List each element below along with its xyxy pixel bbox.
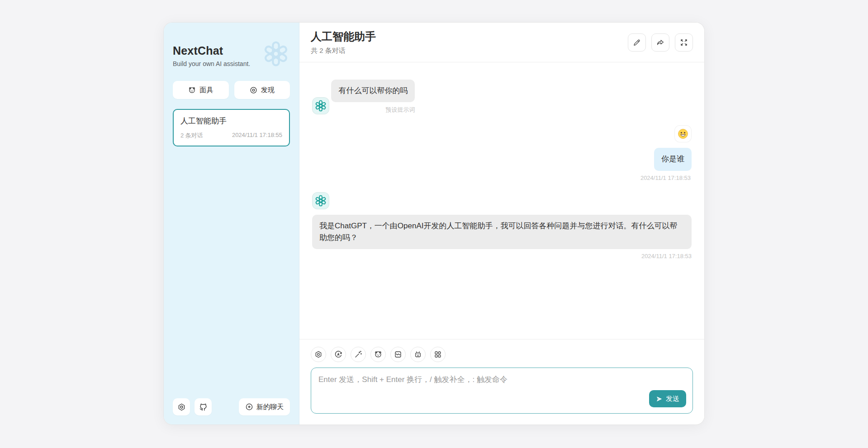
message-block: 你是谁 2024/11/1 17:18:53 [312,142,692,181]
openai-logo-icon [315,100,327,112]
sidebar: NextChat Build your own AI assistant. 面具… [164,23,299,424]
chat-item-count: 2 条对话 [180,132,203,140]
robot-icon [414,350,422,358]
input-panel: 发送 [299,339,704,424]
plus-circle-icon [245,403,253,411]
message-block: 我是ChatGPT，一个由OpenAI开发的人工智能助手，我可以回答各种问题并与… [312,209,692,260]
clear-context-icon [394,350,402,358]
discover-button[interactable]: 发现 [234,81,290,99]
user-avatar [674,125,692,142]
theme-toggle-button[interactable] [331,347,346,362]
message-block: 有什么可以帮你的吗 预设提示词 [331,74,415,114]
preset-prompt-label: 预设提示词 [331,106,415,114]
chat-panel: 人工智能助手 共 2 条对话 [299,23,704,424]
chat-header-titles: 人工智能助手 共 2 条对话 [311,29,628,55]
grid-icon [434,350,442,358]
magic-wand-icon [354,350,362,358]
chat-title: 人工智能助手 [311,29,628,44]
send-button-label: 发送 [666,395,679,403]
chat-item-title: 人工智能助手 [180,116,282,126]
sidebar-footer: 新的聊天 [173,398,290,415]
input-toolbar [311,347,693,362]
smiley-emoji-icon [677,128,689,140]
share-icon [656,38,664,47]
gear-icon [177,403,186,411]
message-bubble[interactable]: 有什么可以帮你的吗 [331,80,415,102]
chat-header: 人工智能助手 共 2 条对话 [299,23,704,62]
expand-icon [680,38,688,47]
mask-button[interactable]: 面具 [173,81,229,99]
pencil-icon [633,38,641,47]
message-timestamp: 2024/11/1 17:18:53 [312,174,691,181]
message-bubble[interactable]: 我是ChatGPT，一个由OpenAI开发的人工智能助手，我可以回答各种问题并与… [312,215,692,250]
chat-settings-button[interactable] [311,347,326,362]
github-button[interactable] [194,398,212,415]
theme-auto-icon [334,350,342,358]
chat-subtitle: 共 2 条对话 [311,47,628,55]
shortcuts-button[interactable] [430,347,446,362]
discover-icon [250,86,257,94]
fullscreen-button[interactable] [675,33,693,52]
mask-icon [188,86,196,94]
message-timestamp: 2024/11/1 17:18:53 [312,253,692,259]
sidebar-button-row: 面具 发现 [173,81,290,99]
discover-button-label: 发现 [261,86,275,94]
openai-logo-icon [315,195,327,207]
chat-header-actions [628,33,693,52]
openai-logo-icon [263,41,289,67]
settings-button[interactable] [173,398,190,415]
new-chat-button[interactable]: 新的聊天 [239,398,290,415]
chat-input[interactable] [311,368,693,411]
export-button[interactable] [651,33,669,52]
chat-item-info: 2 条对话 2024/11/1 17:18:55 [180,132,282,140]
sidebar-header: NextChat Build your own AI assistant. [173,44,290,67]
send-button[interactable]: 发送 [649,390,686,407]
chat-list: 人工智能助手 2 条对话 2024/11/1 17:18:55 [173,109,290,146]
paper-plane-icon [656,396,663,402]
mask-icon [374,350,382,358]
model-select-button[interactable] [410,347,426,362]
app-window: NextChat Build your own AI assistant. 面具… [163,22,705,425]
assistant-message: 有什么可以帮你的吗 预设提示词 [312,74,692,114]
message-list: 有什么可以帮你的吗 预设提示词 你是谁 2024/11/1 17:18:53 [299,62,704,339]
chat-item-time: 2024/11/1 17:18:55 [232,132,282,140]
chat-list-item-selected[interactable]: 人工智能助手 2 条对话 2024/11/1 17:18:55 [173,109,290,146]
new-chat-label: 新的聊天 [256,403,284,411]
mask-button-label: 面具 [199,86,213,94]
prompt-hints-button[interactable] [351,347,366,362]
chat-input-container: 发送 [311,368,693,414]
clear-context-button[interactable] [390,347,406,362]
assistant-avatar [312,192,329,209]
rename-button[interactable] [628,33,646,52]
masks-button[interactable] [370,347,386,362]
user-message: 你是谁 2024/11/1 17:18:53 [312,125,692,181]
github-icon [199,403,208,411]
assistant-avatar [312,97,329,114]
gear-icon [314,350,323,358]
message-bubble[interactable]: 你是谁 [654,148,692,170]
assistant-message: 我是ChatGPT，一个由OpenAI开发的人工智能助手，我可以回答各种问题并与… [312,192,692,260]
